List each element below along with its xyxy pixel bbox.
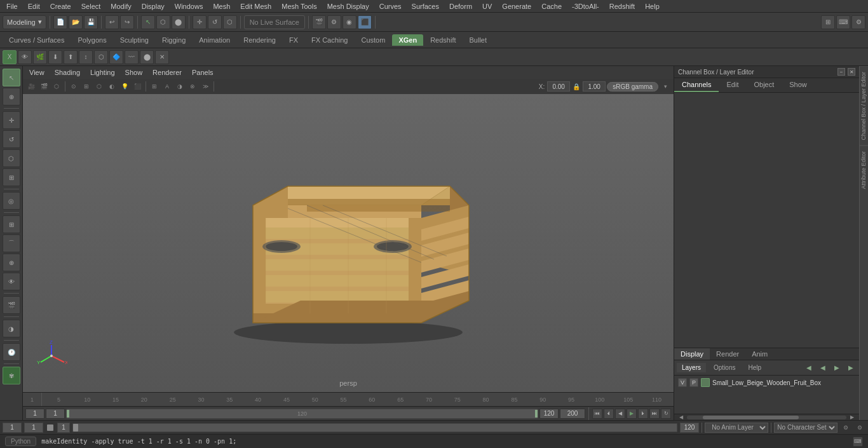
tab-fx-caching[interactable]: FX Caching bbox=[305, 34, 354, 46]
xgen-btn11[interactable]: ✕ bbox=[155, 50, 169, 64]
cb-tab-object[interactable]: Object bbox=[746, 78, 782, 92]
menu-create[interactable]: Create bbox=[46, 2, 75, 11]
vp-render-btn[interactable]: ⬡ bbox=[51, 81, 62, 92]
xgen-btn1[interactable]: X bbox=[3, 50, 17, 64]
frame-field-2[interactable] bbox=[24, 423, 43, 433]
tab-sculpting[interactable]: Sculpting bbox=[114, 34, 155, 46]
menu-3dto[interactable]: -3DtoAll- bbox=[568, 2, 603, 11]
new-scene-button[interactable]: 📄 bbox=[53, 15, 67, 29]
char-set-select[interactable]: No Character Set bbox=[774, 423, 837, 433]
layer-end-btn[interactable]: ▶ bbox=[845, 362, 857, 374]
layer-ref-btn-0[interactable]: P bbox=[689, 378, 698, 387]
xgen-btn8[interactable]: 🔷 bbox=[109, 50, 123, 64]
rotate-button[interactable]: ↺ bbox=[3, 130, 20, 148]
render-region-button[interactable]: ⬛ bbox=[358, 15, 372, 29]
layer-scrollbar[interactable]: ◀ ▶ bbox=[674, 414, 859, 420]
vp-menu-show[interactable]: Show bbox=[121, 68, 147, 77]
step-forward-button[interactable]: ⏵ bbox=[638, 409, 648, 419]
cb-minimize-btn[interactable]: − bbox=[837, 68, 845, 76]
snap-view-button[interactable]: 👁 bbox=[3, 273, 20, 290]
menu-windows[interactable]: Windows bbox=[171, 2, 207, 11]
playback-end-input[interactable] bbox=[539, 409, 559, 419]
cb-tab-show[interactable]: Show bbox=[782, 78, 815, 92]
tab-polygons[interactable]: Polygons bbox=[71, 34, 112, 46]
layer-color-swatch-0[interactable] bbox=[701, 378, 710, 387]
select-tool-button[interactable]: ↖ bbox=[141, 15, 155, 29]
script-editor-btn[interactable]: ⌨ bbox=[853, 437, 863, 447]
menu-deform[interactable]: Deform bbox=[445, 2, 476, 11]
xgen-btn10[interactable]: ⬤ bbox=[140, 50, 154, 64]
layer-sub-tab-layers[interactable]: Layers bbox=[677, 363, 706, 372]
loop-button[interactable]: ↻ bbox=[661, 409, 671, 419]
tab-rigging[interactable]: Rigging bbox=[156, 34, 192, 46]
side-tab-attribute-editor[interactable]: Attribute Editor bbox=[860, 146, 868, 194]
menu-mesh-tools[interactable]: Mesh Tools bbox=[278, 2, 320, 11]
range-bar[interactable] bbox=[72, 423, 677, 432]
snap-grid-button[interactable]: ⊞ bbox=[3, 215, 20, 233]
vp-shade-btn[interactable]: ◐ bbox=[106, 81, 118, 92]
char-set-btn[interactable]: ⚙ bbox=[840, 422, 851, 433]
xgen-lt-button[interactable]: ✾ bbox=[3, 367, 20, 384]
layer-name-0[interactable]: Small_Low_Beige_Wooden_Fruit_Box bbox=[712, 379, 827, 386]
tab-redshift[interactable]: Redshift bbox=[424, 34, 462, 46]
go-end-button[interactable]: ⏭ bbox=[649, 409, 660, 419]
range-handle[interactable] bbox=[73, 424, 78, 431]
xgen-btn9[interactable]: 〰 bbox=[125, 50, 139, 64]
menu-file[interactable]: File bbox=[3, 2, 22, 11]
menu-display[interactable]: Display bbox=[138, 2, 168, 11]
menu-mesh[interactable]: Mesh bbox=[209, 2, 234, 11]
tab-fx[interactable]: FX bbox=[283, 34, 304, 46]
vp-menu-shading[interactable]: Shading bbox=[51, 68, 84, 77]
menu-generate[interactable]: Generate bbox=[498, 2, 535, 11]
ipr-button[interactable]: ◉ bbox=[342, 15, 356, 29]
step-back-button[interactable]: ⏴ bbox=[604, 409, 614, 419]
save-scene-button[interactable]: 💾 bbox=[84, 15, 98, 29]
menu-surfaces[interactable]: Surfaces bbox=[408, 2, 443, 11]
scroll-thumb[interactable] bbox=[703, 416, 799, 419]
layout-button[interactable]: ⊞ bbox=[821, 15, 835, 29]
xgen-btn3[interactable]: 🌿 bbox=[33, 50, 47, 64]
cb-close-btn[interactable]: ✕ bbox=[848, 68, 855, 76]
render-settings-button[interactable]: ⚙ bbox=[327, 15, 341, 29]
vp-resolution-btn[interactable]: ⊞ bbox=[149, 81, 160, 92]
vp-aa-btn[interactable]: A bbox=[161, 81, 173, 92]
xgen-btn2[interactable]: 👁 bbox=[18, 50, 32, 64]
layer-fwd-btn[interactable]: ▶ bbox=[831, 362, 843, 374]
menu-redshift[interactable]: Redshift bbox=[606, 2, 639, 11]
vp-menu-lighting[interactable]: Lighting bbox=[86, 68, 119, 77]
command-line[interactable]: makeIdentity -apply true -t 1 -r 1 -s 1 … bbox=[41, 438, 848, 445]
cb-tab-edit[interactable]: Edit bbox=[719, 78, 746, 92]
scroll-left-btn[interactable]: ◀ bbox=[675, 412, 687, 421]
vp-film-btn[interactable]: 🎬 bbox=[38, 81, 50, 92]
vp-motion-btn[interactable]: ≫ bbox=[200, 81, 211, 92]
undo-button[interactable]: ↩ bbox=[105, 15, 119, 29]
snap-curve-button[interactable]: ⌒ bbox=[3, 234, 20, 252]
menu-edit-mesh[interactable]: Edit Mesh bbox=[236, 2, 275, 11]
tab-custom[interactable]: Custom bbox=[355, 34, 392, 46]
xgen-btn7[interactable]: ⬡ bbox=[94, 50, 108, 64]
vp-grid-btn[interactable]: ⊞ bbox=[81, 81, 92, 92]
vp-menu-panels[interactable]: Panels bbox=[188, 68, 217, 77]
render-button[interactable]: 🎬 bbox=[312, 15, 326, 29]
hotkeys-button[interactable]: ⌨ bbox=[836, 15, 850, 29]
layer-tab-render[interactable]: Render bbox=[710, 348, 745, 360]
char-set-btn2[interactable]: ⚙ bbox=[854, 422, 865, 433]
menu-mesh-display[interactable]: Mesh Display bbox=[323, 2, 373, 11]
vp-isolate-btn[interactable]: ⊙ bbox=[68, 81, 79, 92]
canvas[interactable]: X Y Z persp bbox=[23, 94, 674, 392]
menu-edit[interactable]: Edit bbox=[24, 2, 44, 11]
scale-button[interactable]: ⬡ bbox=[3, 149, 20, 167]
layer-tab-anim[interactable]: Anim bbox=[745, 348, 774, 360]
tab-rendering[interactable]: Rendering bbox=[237, 34, 282, 46]
menu-uv[interactable]: UV bbox=[478, 2, 496, 11]
frame-field-1[interactable] bbox=[3, 423, 22, 433]
select-mode-button[interactable]: ↖ bbox=[3, 69, 20, 86]
snap-point-button[interactable]: ⊕ bbox=[3, 254, 20, 271]
frame-field-3[interactable] bbox=[57, 423, 70, 433]
open-scene-button[interactable]: 📂 bbox=[69, 15, 83, 29]
xgen-btn6[interactable]: ↕ bbox=[79, 50, 93, 64]
vp-menu-view[interactable]: View bbox=[25, 68, 48, 77]
tab-bullet[interactable]: Bullet bbox=[463, 34, 494, 46]
tab-animation[interactable]: Animation bbox=[193, 34, 236, 46]
render-btn-lt[interactable]: 🎬 bbox=[3, 296, 20, 314]
